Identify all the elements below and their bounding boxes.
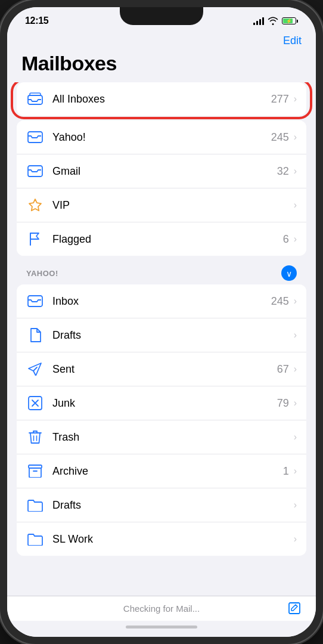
- yahoo-expand-button[interactable]: ∨: [281, 265, 297, 281]
- svg-rect-4: [28, 296, 42, 306]
- status-bar: 12:15 ⚡: [7, 7, 316, 30]
- bottom-bar: Checking for Mail...: [7, 596, 316, 621]
- yahoo-item[interactable]: Yahoo! 245 ›: [17, 120, 306, 154]
- junk-icon: [26, 394, 44, 412]
- all-inboxes-label: All Inboxes: [52, 93, 271, 106]
- flag-icon: [26, 230, 44, 248]
- sent-item[interactable]: Sent 67 ›: [17, 352, 306, 386]
- inbox-chevron: ›: [294, 296, 297, 306]
- page-title-section: Mailboxes: [7, 49, 316, 82]
- phone-frame: 12:15 ⚡: [0, 0, 323, 644]
- inbox-count: 245: [271, 295, 289, 308]
- sent-icon: [26, 360, 44, 378]
- drafts-label: Drafts: [52, 329, 289, 342]
- all-inboxes-count: 277: [271, 93, 289, 106]
- gmail-item[interactable]: Gmail 32 ›: [17, 154, 306, 188]
- yahoo-section-list: Inbox 245 › Drafts: [17, 284, 306, 556]
- screen: 12:15 ⚡: [7, 7, 316, 637]
- junk-chevron: ›: [294, 398, 297, 408]
- gmail-label: Gmail: [52, 165, 277, 178]
- archive-chevron: ›: [294, 466, 297, 476]
- mailbox-list[interactable]: All Inboxes 277 ›: [7, 82, 316, 596]
- signal-icon: [253, 17, 264, 25]
- slwork-chevron: ›: [294, 534, 297, 544]
- yahoo-section-header: YAHOO! ∨: [7, 261, 316, 284]
- flagged-count: 6: [283, 233, 289, 246]
- yahoo-count: 245: [271, 131, 289, 144]
- drafts2-label: Drafts: [52, 499, 289, 512]
- vip-label: VIP: [52, 199, 289, 212]
- checking-text: Checking for Mail...: [123, 603, 200, 614]
- svg-rect-6: [29, 465, 42, 468]
- svg-rect-3: [28, 166, 42, 177]
- gmail-chevron: ›: [294, 166, 297, 177]
- svg-rect-1: [30, 93, 41, 95]
- svg-rect-2: [28, 132, 42, 143]
- gmail-count: 32: [277, 165, 289, 178]
- notch: [120, 7, 203, 25]
- inbox-stack-icon: [26, 90, 44, 108]
- junk-item[interactable]: Junk 79 ›: [17, 386, 306, 420]
- archive-item[interactable]: Archive 1 ›: [17, 454, 306, 488]
- trash-chevron: ›: [294, 432, 297, 442]
- status-icons: ⚡: [253, 17, 298, 25]
- inbox-label: Inbox: [52, 295, 271, 308]
- compose-button[interactable]: [288, 602, 302, 615]
- battery-icon: ⚡: [282, 17, 298, 24]
- yahoo-inbox-icon: [26, 128, 44, 146]
- all-inboxes-wrapper: All Inboxes 277 ›: [17, 82, 306, 116]
- yahoo-chevron: ›: [294, 132, 297, 143]
- flagged-label: Flagged: [52, 233, 283, 246]
- sent-count: 67: [277, 363, 289, 376]
- junk-label: Junk: [52, 397, 277, 410]
- mailboxes-title: Mailboxes: [21, 52, 302, 75]
- archive-label: Archive: [52, 465, 283, 478]
- trash-label: Trash: [52, 431, 289, 444]
- drafts2-chevron: ›: [294, 500, 297, 510]
- drafts-chevron: ›: [294, 330, 297, 340]
- flagged-item[interactable]: Flagged 6 ›: [17, 222, 306, 256]
- trash-item[interactable]: Trash ›: [17, 420, 306, 454]
- svg-rect-7: [289, 603, 300, 614]
- home-indicator: [7, 621, 316, 637]
- sent-chevron: ›: [294, 364, 297, 374]
- main-mailbox-section: Yahoo! 245 › Gmail 32: [17, 120, 306, 256]
- drafts-item[interactable]: Drafts ›: [17, 318, 306, 352]
- folder-icon-slwork: [26, 530, 44, 548]
- trash-icon: [26, 428, 44, 446]
- gmail-inbox-icon: [26, 162, 44, 180]
- slwork-item[interactable]: SL Work ›: [17, 522, 306, 556]
- chevron-down-icon: ∨: [286, 270, 292, 278]
- flagged-chevron: ›: [294, 234, 297, 244]
- app-content: Edit Mailboxes: [7, 30, 316, 621]
- yahoo-section-label: YAHOO!: [26, 269, 58, 278]
- status-time: 12:15: [25, 16, 48, 26]
- doc-icon: [26, 326, 44, 344]
- star-icon: [26, 196, 44, 214]
- compose-icon: [288, 602, 302, 615]
- vip-chevron: ›: [294, 200, 297, 210]
- folder-icon-drafts: [26, 496, 44, 514]
- archive-icon: [26, 462, 44, 480]
- archive-count: 1: [283, 465, 289, 478]
- yahoo-inbox-item[interactable]: Inbox 245 ›: [17, 284, 306, 318]
- edit-row: Edit: [7, 30, 316, 49]
- wifi-icon: [268, 17, 278, 25]
- all-inboxes-chevron: ›: [294, 94, 297, 104]
- yahoo-label: Yahoo!: [52, 131, 271, 144]
- junk-count: 79: [277, 397, 289, 410]
- inbox-icon: [26, 292, 44, 310]
- slwork-label: SL Work: [52, 533, 289, 546]
- vip-item[interactable]: VIP ›: [17, 188, 306, 222]
- drafts2-item[interactable]: Drafts ›: [17, 488, 306, 522]
- sent-label: Sent: [52, 363, 277, 376]
- edit-button[interactable]: Edit: [283, 32, 302, 49]
- home-bar: [126, 626, 197, 628]
- all-inboxes-item[interactable]: All Inboxes 277 ›: [17, 82, 306, 116]
